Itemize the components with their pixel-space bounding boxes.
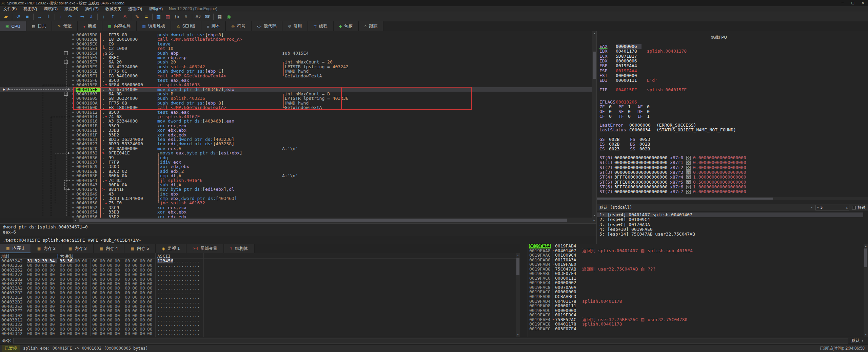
- breakpoint-dot-icon[interactable]: ●: [70, 151, 76, 155]
- register-row-EBX[interactable]: EBX00401178 splish.00401178: [599, 49, 687, 54]
- stack-row[interactable]: 0019FAE0│0019FBC4: [528, 313, 864, 317]
- arg-depth-spinner[interactable]: ▼5▲: [815, 205, 849, 210]
- disasm-horizontal-scrollbar[interactable]: ◂ ▸: [73, 218, 596, 223]
- stack-row[interactable]: 0019FAB0│00170A3A: [528, 258, 864, 262]
- tab-日志[interactable]: ▤日志: [26, 21, 52, 31]
- register-row-ECX[interactable]: ECX5D871B17: [599, 54, 642, 59]
- disasm-row[interactable]: ●0040163B.83C2 02│add edx,2: [0, 169, 592, 173]
- disasm-row[interactable]: ●004015E9.68 42324000push splish.403242│…: [0, 64, 592, 69]
- menu-item-帮助(H)[interactable]: 帮助(H): [145, 6, 166, 12]
- register-row-EIP[interactable]: EIP004015FE splish.004015FE: [599, 88, 687, 92]
- dump-tab-内存 3[interactable]: ▦内存 3: [62, 244, 94, 253]
- breakpoint-dot-icon[interactable]: ●: [70, 164, 76, 169]
- hex-dump-pane[interactable]: 地址 十六进制 ASCII 00403242313233343536000000…: [0, 253, 516, 337]
- hash-icon[interactable]: #: [181, 13, 191, 21]
- patch-icon[interactable]: ✎: [133, 13, 142, 21]
- tab-源代码[interactable]: <>源代码: [252, 21, 282, 31]
- run-icon[interactable]: →: [35, 13, 44, 21]
- pause-icon[interactable]: ‖: [44, 13, 53, 21]
- command-profile-select[interactable]: 默认▾: [851, 338, 863, 344]
- segment-row[interactable]: GS002BFS0053: [599, 137, 660, 142]
- disasm-row[interactable]: ●0040163E.80FA 0A│cmp dl,AA:'\n': [0, 173, 592, 178]
- registers-pane[interactable]: 隐藏FPU EAX00000006EBX00401178 splish.0040…: [596, 31, 868, 244]
- stack-row[interactable]: 0019FAD8│00000111: [528, 303, 864, 308]
- breakpoint-dot-icon[interactable]: ●: [70, 169, 76, 173]
- disasm-row[interactable]: ●00401614.▾74 68je splish.40167E: [0, 114, 592, 119]
- disasm-row[interactable]: ●004015DB.E8 26010000call <JMP.&NtdllDef…: [0, 37, 592, 41]
- close-button[interactable]: ✕: [858, 0, 868, 6]
- minimize-button[interactable]: ─: [837, 0, 848, 6]
- label-icon[interactable]: ▨: [154, 13, 163, 21]
- breakpoint-dot-icon[interactable]: ●: [70, 192, 76, 196]
- disasm-row[interactable]: ●0040161B.33C9xor ecx,ecx: [0, 124, 592, 128]
- collapse-toggle-icon[interactable]: −: [64, 92, 68, 96]
- dump-row[interactable]: 004032B200000000000000000000000000000000…: [0, 291, 516, 295]
- register-row-ESI[interactable]: ESI00000000: [599, 73, 642, 78]
- trace-record-icon[interactable]: ▨: [163, 13, 172, 21]
- calling-convention[interactable]: 默认 (stdcall): [599, 205, 632, 210]
- register-row-EAX[interactable]: EAX00000006: [599, 44, 642, 49]
- breakpoint-dot-icon[interactable]: ●: [70, 155, 76, 160]
- stack-row[interactable]: 0019FAC0│00000111: [528, 276, 864, 281]
- trace-into-icon[interactable]: ⇒: [78, 13, 87, 21]
- stack-row[interactable]: 0019FAD0│DCBAABCD: [528, 294, 864, 299]
- menu-item-插件(P)[interactable]: 插件(P): [82, 6, 102, 12]
- stack-row[interactable]: 0019FAE800401178splish.00401178: [528, 322, 864, 327]
- disasm-row[interactable]: ●00401616.A3 63344000mov dword ptr ds:[4…: [0, 119, 592, 123]
- last-lasterror-row[interactable]: LastError00000000(ERROR_SUCCESS): [599, 123, 696, 128]
- breakpoint-dot-icon[interactable]: ●: [70, 119, 76, 123]
- fpu-row-ST(6)[interactable]: ST(6)3FFF8000000000000000x87r6空1.0000000…: [599, 185, 746, 189]
- strings-icon[interactable]: Az: [194, 13, 203, 21]
- menu-item-调试(D)[interactable]: 调试(D): [40, 6, 61, 12]
- tab-线程[interactable]: ⇉线程: [308, 21, 334, 31]
- breakpoint-dot-icon[interactable]: ●: [70, 51, 76, 55]
- function-icon[interactable]: ƒx: [172, 13, 181, 21]
- disasm-row[interactable]: ●004015E5.8BECmov ebp,esp: [0, 55, 592, 60]
- dump-row[interactable]: 0040331200000000000000000000000000000000…: [0, 318, 516, 322]
- dump-row[interactable]: 0040324231323334353600000000000000000000…: [0, 259, 516, 263]
- stack-row[interactable]: 0019FAD4│00401178splish.00401178: [528, 299, 864, 304]
- disasm-row[interactable]: ●00401636.99│cdq: [0, 155, 592, 160]
- argument-row[interactable]: 2: [esp+8] 001009C4: [597, 217, 863, 222]
- stack-row[interactable]: 0019FAC8│00070A0A: [528, 285, 864, 290]
- menu-item-收藏夹(I)[interactable]: 收藏夹(I): [102, 6, 125, 12]
- tab-内存布局[interactable]: ▦内存布局: [102, 21, 137, 31]
- breakpoint-dot-icon[interactable]: ●: [70, 74, 76, 78]
- disasm-row[interactable]: ●00401649.43│inc ebx: [0, 192, 592, 196]
- dump-row[interactable]: 004032C200000000000000000000000000000000…: [0, 295, 516, 299]
- breakpoint-dot-icon[interactable]: ●: [70, 46, 76, 51]
- dump-row[interactable]: 0040332200000000000000000000000000000000…: [0, 322, 516, 327]
- breakpoint-dot-icon[interactable]: ●: [70, 183, 76, 187]
- breakpoint-dot-icon[interactable]: ●: [70, 205, 76, 210]
- dump-row[interactable]: 0040328200000000000000000000000000000000…: [0, 277, 516, 281]
- tab-CPU[interactable]: ▣CPU: [0, 21, 26, 31]
- disasm-row[interactable]: ●00401650.▴75 E0└jne splish.401632: [0, 201, 592, 205]
- breakpoint-dot-icon[interactable]: ●: [70, 42, 76, 46]
- disasm-vertical-scrollbar[interactable]: ▴ ▾: [592, 31, 596, 218]
- disasm-row[interactable]: ●004015F6.85C0test eax,eax: [0, 78, 592, 82]
- breakpoint-dot-icon[interactable]: ●: [70, 137, 76, 142]
- stack-row[interactable]: 0019FABC│003F07F4: [528, 271, 864, 276]
- maximize-button[interactable]: ▢: [848, 0, 858, 6]
- fpu-row-ST(5)[interactable]: ST(5)3FFE8000000000000000x87r5空0.5000000…: [599, 180, 746, 185]
- eflags-row[interactable]: EFLAGS00010206: [599, 100, 642, 105]
- dump-row[interactable]: 0040326200000000000000000000000000000000…: [0, 268, 516, 272]
- breakpoint-dot-icon[interactable]: ●: [70, 173, 76, 178]
- argument-row[interactable]: 5: [esp+14] 75C047AB user32.75C047AB: [597, 232, 863, 237]
- stack-row[interactable]: 0019FAB8┌75C047AB返回到 user32.75C047AB 自 ?…: [528, 267, 864, 272]
- tab-SEH链[interactable]: ⚠SEH链: [171, 21, 201, 31]
- stack-row[interactable]: 0019FAA40019FAB4: [528, 244, 864, 248]
- collapse-toggle-icon[interactable]: −: [64, 60, 68, 64]
- fpu-row-ST(2)[interactable]: ST(2)00000000000000000000x87r2空0.0000000…: [599, 165, 746, 170]
- stack-row[interactable]: 0019FAA8┌00401407返回到 splish.00401407 自 s…: [528, 248, 864, 253]
- breakpoint-dot-icon[interactable]: ●: [70, 33, 76, 37]
- disasm-row[interactable]: ●00401652.33C9xor ecx,ecx: [0, 205, 592, 210]
- breakpoint-dot-icon[interactable]: ●: [70, 64, 76, 69]
- breakpoint-dot-icon[interactable]: ●: [70, 187, 76, 191]
- dump-tab-内存 4[interactable]: ▦内存 4: [94, 244, 125, 253]
- stack-row[interactable]: 0019FACC│00000000: [528, 290, 864, 294]
- fpu-row-ST(1)[interactable]: ST(1)00000000000000000000x87r1空0.0000000…: [599, 160, 746, 165]
- dump-tab-局部变量[interactable]: [x=]局部变量: [186, 244, 224, 253]
- breakpoint-dot-icon[interactable]: ●: [70, 69, 76, 73]
- disasm-row[interactable]: ●00401632>0FBE041E┌movsx eax,byte ptr ds…: [0, 151, 592, 155]
